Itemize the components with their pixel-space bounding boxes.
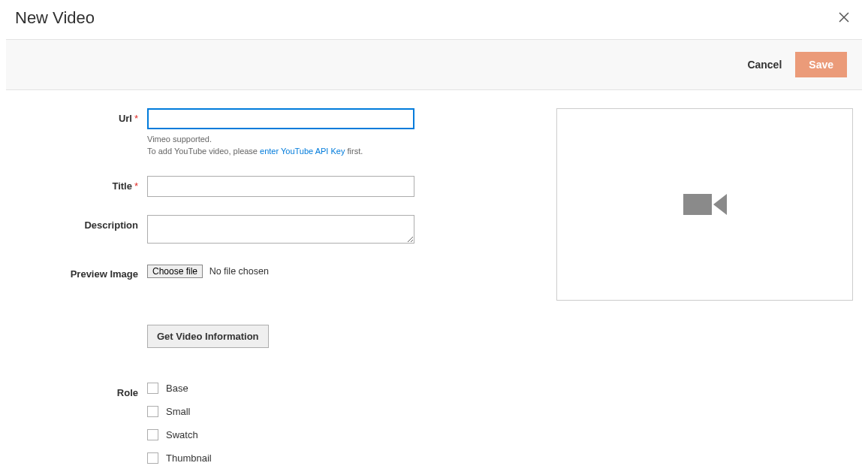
save-button[interactable]: Save <box>795 52 847 77</box>
checkbox-icon <box>147 429 158 440</box>
role-option-base[interactable]: Base <box>147 383 212 394</box>
video-camera-icon <box>683 194 727 215</box>
choose-file-button[interactable]: Choose file <box>147 265 203 278</box>
role-option-thumbnail[interactable]: Thumbnail <box>147 452 212 464</box>
checkbox-icon <box>147 452 158 464</box>
url-help-text: Vimeo supported. To add YouTube video, p… <box>147 134 414 158</box>
video-preview-placeholder <box>556 108 853 301</box>
get-video-information-button[interactable]: Get Video Information <box>147 325 269 348</box>
preview-image-label: Preview Image <box>15 264 147 280</box>
title-label: Title* <box>15 176 147 192</box>
role-option-label: Swatch <box>166 429 198 440</box>
action-bar: Cancel Save <box>6 39 862 90</box>
url-input[interactable] <box>147 108 414 129</box>
description-label: Description <box>15 215 147 231</box>
title-input[interactable] <box>147 176 414 197</box>
close-button[interactable] <box>835 8 853 29</box>
role-label: Role <box>15 383 147 398</box>
url-label: Url* <box>15 108 147 124</box>
role-option-swatch[interactable]: Swatch <box>147 429 212 440</box>
role-option-small[interactable]: Small <box>147 406 212 417</box>
checkbox-icon <box>147 406 158 417</box>
close-icon <box>838 11 850 23</box>
description-textarea[interactable] <box>147 215 414 244</box>
file-chosen-status: No file chosen <box>209 266 269 277</box>
role-option-label: Base <box>166 383 188 394</box>
modal-title: New Video <box>15 8 95 28</box>
role-option-label: Small <box>166 406 191 417</box>
youtube-api-key-link[interactable]: enter YouTube API Key <box>260 147 345 156</box>
cancel-button[interactable]: Cancel <box>747 59 782 71</box>
role-option-label: Thumbnail <box>166 452 212 464</box>
checkbox-icon <box>147 383 158 394</box>
